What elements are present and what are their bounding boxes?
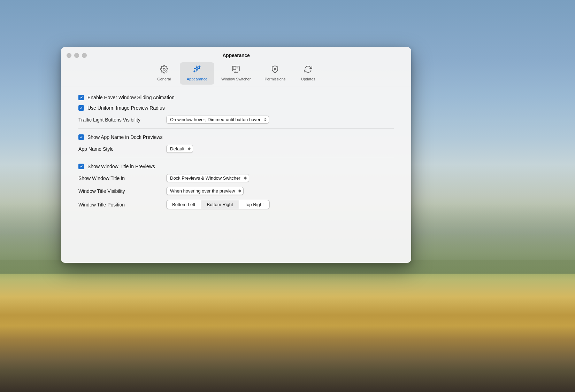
tab-window-switcher[interactable]: Window Switcher (214, 62, 258, 85)
titlebar: Appearance (61, 47, 411, 61)
tab-general-label: General (157, 77, 171, 81)
app-name-style-row: App Name Style Default (78, 145, 394, 153)
window-title-visibility-label: Window Title Visibility (78, 188, 162, 194)
section-divider-2 (78, 158, 394, 158)
show-app-name-text: Show App Name in Dock Previews (87, 134, 163, 140)
window-title-position-label: Window Title Position (78, 202, 162, 207)
window-title-visibility-value: When hovering over the preview (170, 188, 235, 194)
show-app-name-checkbox[interactable] (78, 134, 84, 140)
traffic-lights (67, 53, 87, 58)
uniform-radius-checkbox[interactable] (78, 105, 84, 111)
hover-animation-text: Enable Hover Window Sliding Animation (87, 95, 175, 100)
wt-vis-arrows-icon (238, 189, 241, 193)
show-window-title-row: Show Window Title in Previews (78, 164, 394, 169)
show-wt-arrows-icon (244, 177, 247, 180)
segment-bottom-left[interactable]: Bottom Left (167, 200, 201, 209)
show-app-name-label[interactable]: Show App Name in Dock Previews (78, 134, 163, 140)
show-window-title-in-row: Show Window Title in Dock Previews & Win… (78, 174, 394, 182)
minimize-button[interactable] (74, 53, 79, 58)
uniform-radius-row: Use Uniform Image Preview Radius (78, 105, 394, 111)
tab-updates-label: Updates (301, 77, 315, 81)
tab-window-switcher-label: Window Switcher (221, 77, 251, 81)
shield-icon (271, 65, 279, 76)
app-name-style-label: App Name Style (78, 146, 162, 152)
gear-icon (160, 65, 168, 76)
uniform-radius-label[interactable]: Use Uniform Image Preview Radius (78, 105, 165, 111)
tabbar: General Appearance (61, 61, 411, 85)
window-title: Appearance (222, 53, 250, 58)
hover-animation-label[interactable]: Enable Hover Window Sliding Animation (78, 95, 175, 100)
window-title-visibility-row: Window Title Visibility When hovering ov… (78, 187, 394, 195)
window-title-position-row: Window Title Position Bottom Left Bottom… (78, 200, 394, 209)
segment-top-right[interactable]: Top Right (239, 200, 269, 209)
sparkle-icon (193, 65, 201, 76)
maximize-button[interactable] (82, 53, 87, 58)
section-divider-1 (78, 128, 394, 129)
segment-bottom-right[interactable]: Bottom Right (201, 200, 239, 209)
select-arrows-icon (264, 118, 267, 121)
content-area: Enable Hover Window Sliding Animation Us… (61, 86, 411, 263)
refresh-icon (304, 65, 312, 76)
traffic-light-field-label: Traffic Light Buttons Visibility (78, 117, 162, 123)
app-name-style-select[interactable]: Default (166, 145, 193, 153)
settings-window: Appearance General Appearance (61, 47, 411, 263)
hover-animation-checkbox[interactable] (78, 95, 84, 100)
app-name-arrows-icon (188, 147, 191, 150)
show-window-title-checkbox[interactable] (78, 164, 84, 169)
traffic-light-select[interactable]: On window hover; Dimmed until button hov… (166, 116, 269, 124)
close-button[interactable] (67, 53, 71, 58)
window-title-visibility-select[interactable]: When hovering over the preview (166, 187, 244, 195)
tab-appearance-label: Appearance (187, 77, 207, 81)
tab-updates[interactable]: Updates (292, 62, 324, 85)
window-title-position-control: Bottom Left Bottom Right Top Right (166, 200, 270, 209)
tab-general[interactable]: General (148, 62, 180, 85)
svg-point-0 (163, 68, 165, 70)
show-app-name-row: Show App Name in Dock Previews (78, 134, 394, 140)
show-window-title-value: Dock Previews & Window Switcher (170, 175, 240, 181)
tab-permissions-label: Permissions (264, 77, 285, 81)
hover-animation-row: Enable Hover Window Sliding Animation (78, 95, 394, 100)
tab-permissions[interactable]: Permissions (258, 62, 292, 85)
show-window-title-text: Show Window Title in Previews (87, 164, 155, 169)
uniform-radius-text: Use Uniform Image Preview Radius (87, 105, 165, 111)
show-window-title-in-label: Show Window Title in (78, 175, 162, 181)
svg-rect-2 (233, 67, 236, 70)
show-window-title-label[interactable]: Show Window Title in Previews (78, 164, 155, 169)
traffic-light-row: Traffic Light Buttons Visibility On wind… (78, 116, 394, 124)
switcher-icon (232, 65, 240, 76)
tab-appearance[interactable]: Appearance (180, 62, 214, 85)
show-window-title-select[interactable]: Dock Previews & Window Switcher (166, 174, 249, 182)
traffic-light-value: On window hover; Dimmed until button hov… (170, 117, 260, 122)
app-name-style-value: Default (170, 146, 184, 151)
